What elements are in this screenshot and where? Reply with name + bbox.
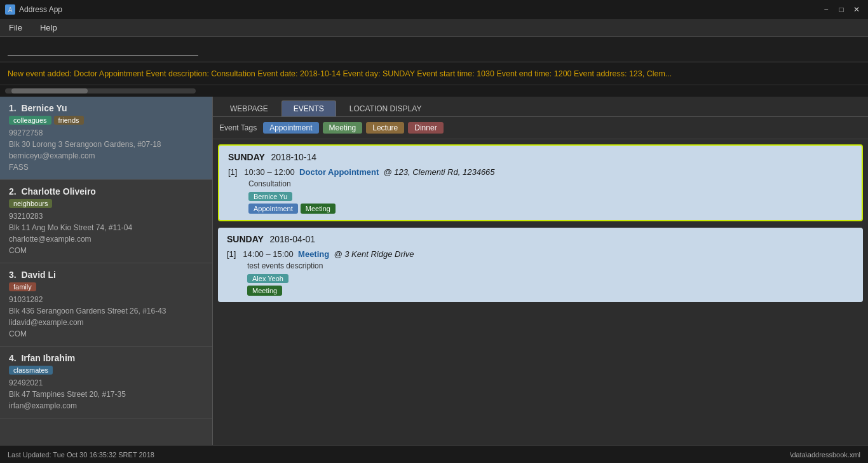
tag-meeting-button[interactable]: Meeting	[323, 122, 363, 134]
tag-dinner-button[interactable]: Dinner	[408, 122, 443, 134]
menu-bar: File Help	[0, 19, 868, 37]
event-index: [1]	[227, 249, 236, 259]
contact-email: lidavid@example.com	[9, 317, 203, 328]
title-bar-left: A Address App	[5, 4, 62, 15]
tab-location-display[interactable]: LOCATION DISPLAY	[337, 100, 434, 116]
event-badge: Meeting	[301, 204, 336, 214]
event-tags-row: Event Tags Appointment Meeting Lecture D…	[213, 117, 868, 139]
event-description: test events description	[227, 261, 854, 270]
contact-tags: neighbours	[9, 199, 203, 208]
event-index: [1]	[228, 167, 237, 177]
event-date: 2018-04-01	[269, 234, 315, 244]
event-card: SUNDAY 2018-04-01 [1] 14:00 – 15:00 Meet…	[218, 228, 863, 302]
contact-tag: family	[9, 282, 36, 291]
contact-dept: COM	[9, 245, 203, 256]
events-content: SUNDAY 2018-10-14 [1] 10:30 – 12:00 Doct…	[213, 139, 868, 445]
event-day-header: SUNDAY 2018-10-14	[228, 152, 853, 162]
contact-address: Blk 11 Ang Mo Kio Street 74, #11-04	[9, 222, 203, 233]
search-bar	[0, 37, 868, 62]
status-bar: Last Updated: Tue Oct 30 16:35:32 SRET 2…	[0, 445, 868, 463]
event-type-badges: Meeting	[247, 286, 854, 296]
file-path: \data\addressbook.xml	[790, 451, 860, 459]
contacts-panel: 1. Bernice Yu colleaguesfriends 99272758…	[0, 97, 213, 445]
contact-address: Blk 47 Tampines Street 20, #17-35	[9, 389, 203, 400]
contact-email: charlotte@example.com	[9, 233, 203, 245]
contact-email: berniceyu@example.com	[9, 150, 203, 162]
contact-tag: colleagues	[9, 116, 51, 125]
event-day-header: SUNDAY 2018-04-01	[227, 234, 854, 244]
tab-webpage[interactable]: WEBPAGE	[218, 100, 280, 116]
contact-address: Blk 436 Serangoon Gardens Street 26, #16…	[9, 305, 203, 317]
event-person-badge: Bernice Yu	[248, 192, 292, 201]
contact-phone: 93210283	[9, 211, 203, 222]
contact-tag: classmates	[9, 366, 53, 375]
contact-tags: family	[9, 282, 203, 291]
event-time: [1] 14:00 – 15:00 Meeting @ 3 Kent Ridge…	[227, 249, 854, 259]
app-icon: A	[5, 4, 15, 15]
scroll-thumb[interactable]	[11, 88, 88, 93]
event-badge: Appointment	[248, 204, 298, 214]
tabs: WEBPAGE EVENTS LOCATION DISPLAY	[213, 97, 868, 117]
last-updated: Last Updated: Tue Oct 30 16:35:32 SRET 2…	[8, 451, 154, 459]
contact-tags: classmates	[9, 366, 203, 375]
tag-appointment-button[interactable]: Appointment	[263, 122, 318, 134]
contact-name: 2. Charlotte Oliveiro	[9, 186, 203, 197]
event-time-range: 10:30 – 12:00	[244, 167, 295, 177]
contact-phone: 92492021	[9, 377, 203, 389]
scroll-track	[5, 88, 196, 93]
event-location: @ 3 Kent Ridge Drive	[334, 249, 414, 259]
app-title: Address App	[19, 5, 62, 14]
title-bar: A Address App − □ ✕	[0, 0, 868, 19]
event-location: @ 123, Clementi Rd, 1234665	[383, 167, 494, 177]
notification-bar: New event added: Doctor Appointment Even…	[0, 62, 868, 85]
contact-email: irfan@example.com	[9, 400, 203, 411]
event-time: [1] 10:30 – 12:00 Doctor Appointment @ 1…	[228, 167, 853, 177]
event-person-row: Alex Yeoh	[227, 273, 854, 284]
file-menu[interactable]: File	[5, 22, 26, 34]
tab-events[interactable]: EVENTS	[281, 100, 336, 116]
contact-item[interactable]: 1. Bernice Yu colleaguesfriends 99272758…	[0, 97, 212, 180]
contact-phone: 99272758	[9, 127, 203, 139]
right-panel: WEBPAGE EVENTS LOCATION DISPLAY Event Ta…	[213, 97, 868, 445]
contact-tag: friends	[54, 116, 84, 125]
maximize-button[interactable]: □	[835, 3, 848, 16]
event-time-range: 14:00 – 15:00	[243, 249, 294, 259]
event-person-badge: Alex Yeoh	[247, 274, 288, 283]
event-person-row: Bernice Yu	[228, 191, 853, 202]
app-icon-letter: A	[8, 6, 13, 13]
contact-item[interactable]: 2. Charlotte Oliveiro neighbours 9321028…	[0, 180, 212, 263]
event-card: SUNDAY 2018-10-14 [1] 10:30 – 12:00 Doct…	[218, 144, 863, 221]
event-title: Meeting	[298, 249, 329, 259]
tag-lecture-button[interactable]: Lecture	[366, 122, 404, 134]
contact-tag: neighbours	[9, 199, 52, 208]
contact-item[interactable]: 3. David Li family 91031282 Blk 436 Sera…	[0, 263, 212, 347]
contact-item[interactable]: 4. Irfan Ibrahim classmates 92492021 Blk…	[0, 347, 212, 418]
scroll-hint	[0, 85, 868, 97]
contact-phone: 91031282	[9, 294, 203, 305]
contact-name: 4. Irfan Ibrahim	[9, 353, 203, 363]
event-description: Consultation	[228, 179, 853, 188]
contact-address: Blk 30 Lorong 3 Serangoon Gardens, #07-1…	[9, 139, 203, 150]
notification-text: New event added: Doctor Appointment Even…	[8, 69, 672, 78]
main-layout: 1. Bernice Yu colleaguesfriends 99272758…	[0, 97, 868, 445]
contact-name: 3. David Li	[9, 270, 203, 280]
title-bar-controls: − □ ✕	[820, 3, 863, 16]
event-type-badges: AppointmentMeeting	[248, 204, 853, 214]
event-date: 2018-10-14	[271, 152, 316, 162]
event-tags-label: Event Tags	[219, 123, 257, 132]
search-input[interactable]	[8, 43, 198, 56]
event-title: Doctor Appointment	[299, 167, 379, 177]
contact-name: 1. Bernice Yu	[9, 103, 203, 113]
contact-dept: COM	[9, 328, 203, 340]
close-button[interactable]: ✕	[850, 3, 863, 16]
contact-dept: FASS	[9, 162, 203, 173]
minimize-button[interactable]: −	[820, 3, 832, 16]
help-menu[interactable]: Help	[36, 22, 61, 34]
contact-tags: colleaguesfriends	[9, 116, 203, 125]
event-badge: Meeting	[247, 286, 282, 296]
